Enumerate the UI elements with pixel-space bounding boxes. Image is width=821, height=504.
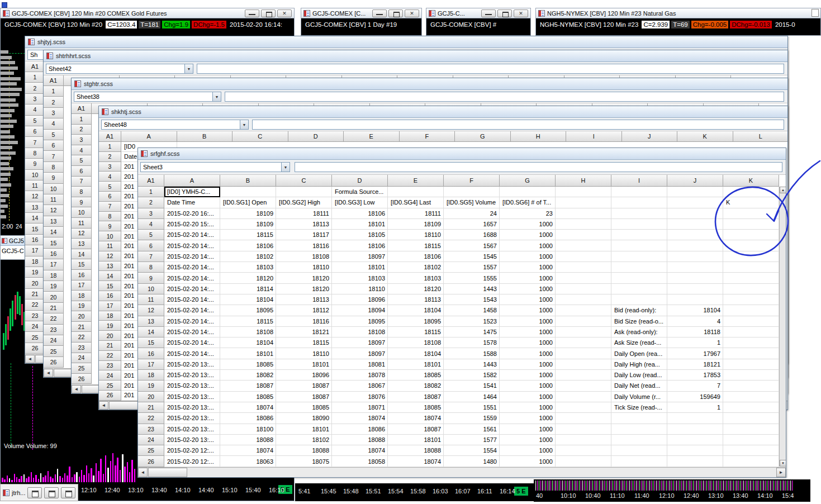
scroll-up-button[interactable]: ▲ — [780, 187, 786, 193]
cell[interactable]: 1688 — [444, 230, 500, 240]
cell[interactable] — [667, 230, 723, 240]
cell[interactable]: 1000 — [500, 435, 556, 445]
cell[interactable]: 1543 — [444, 294, 500, 305]
row-number[interactable]: 5 — [72, 155, 92, 166]
cell[interactable]: 18115 — [220, 230, 276, 240]
cell[interactable]: 1458 — [444, 305, 500, 316]
column-header[interactable]: C — [276, 175, 332, 187]
column-header[interactable]: J — [667, 175, 723, 187]
cell[interactable]: 18087 — [388, 424, 444, 435]
scroll-left-button[interactable]: ◄ — [25, 355, 35, 363]
chevron-down-icon[interactable]: ▼ — [240, 120, 248, 129]
close-button[interactable] — [514, 9, 528, 17]
row-number[interactable]: 4 — [138, 219, 164, 230]
cell[interactable]: [ID0.SG4] Last — [388, 197, 444, 208]
row-number[interactable]: 14 — [99, 271, 121, 281]
cell[interactable]: 1443 — [444, 359, 500, 370]
cell[interactable]: 18106 — [220, 240, 276, 251]
column-header[interactable]: H — [556, 175, 611, 187]
row-number[interactable]: 21 — [138, 402, 164, 413]
row-number[interactable]: 25 — [138, 445, 164, 456]
row-number[interactable]: 18 — [99, 311, 121, 321]
row-number[interactable]: 2 — [44, 97, 64, 107]
cell[interactable]: 1480 — [444, 456, 500, 467]
cell[interactable]: 24 — [444, 208, 500, 219]
cell[interactable] — [723, 402, 779, 413]
cell[interactable]: 18103 — [332, 273, 388, 283]
window-titlebar[interactable]: GCJ5-COMEX [CBV] 120 Min #20 COMEX Gold … — [0, 8, 295, 18]
cell[interactable]: 18115 — [220, 316, 276, 327]
cell[interactable]: 18108 — [276, 251, 332, 262]
cell[interactable]: 18085 — [220, 392, 276, 402]
cell[interactable]: 18085 — [388, 370, 444, 381]
row-number[interactable]: 17 — [138, 359, 164, 370]
row-number[interactable]: 20 — [138, 392, 164, 402]
cell[interactable]: [ID0.SG6] # of T... — [500, 197, 556, 208]
row-number[interactable]: 15 — [25, 224, 45, 234]
cell[interactable]: 18121 — [276, 327, 332, 337]
cell[interactable]: 1567 — [444, 240, 500, 251]
cell[interactable]: 18109 — [220, 219, 276, 230]
scroll-left-button[interactable]: ◄ — [72, 385, 81, 393]
cell[interactable]: 2015-02-20 13:... — [164, 424, 220, 435]
row-number[interactable]: 24 — [99, 370, 121, 381]
row-number[interactable]: 12 — [99, 251, 121, 261]
row-number[interactable]: 3 — [99, 162, 121, 172]
row-number[interactable]: 13 — [138, 316, 164, 327]
row-number[interactable]: 24 — [44, 335, 64, 346]
cell[interactable]: 18101 — [388, 359, 444, 370]
cell[interactable] — [611, 240, 667, 251]
cell[interactable]: 18074 — [220, 445, 276, 456]
cell[interactable] — [611, 445, 667, 456]
cell[interactable]: 1554 — [444, 445, 500, 456]
cell[interactable] — [667, 208, 723, 219]
cell[interactable]: Daily Open (rea... — [611, 348, 667, 359]
cell[interactable]: 1657 — [444, 219, 500, 230]
cell[interactable]: Ask Size (read-... — [611, 337, 667, 348]
row-number[interactable]: 18 — [25, 256, 45, 267]
row-number[interactable]: 22 — [72, 332, 92, 343]
cell[interactable] — [611, 230, 667, 240]
cell[interactable] — [556, 435, 611, 445]
row-number[interactable]: 6 — [72, 166, 92, 177]
cell[interactable] — [611, 208, 667, 219]
cell[interactable] — [723, 370, 779, 381]
window-button[interactable] — [811, 9, 819, 17]
row-number[interactable]: 13 — [99, 261, 121, 272]
row-number[interactable]: 23 — [72, 343, 92, 353]
cell[interactable] — [556, 359, 611, 370]
column-header[interactable]: F — [444, 175, 500, 187]
row-number[interactable]: 18 — [72, 291, 92, 301]
row-number[interactable]: 12 — [44, 205, 64, 216]
row-number[interactable]: 18 — [138, 370, 164, 381]
row-number[interactable]: 21 — [99, 341, 121, 351]
cell[interactable] — [723, 240, 779, 251]
cell[interactable] — [611, 273, 667, 283]
cell[interactable]: 18102 — [220, 251, 276, 262]
cell[interactable]: 1000 — [500, 230, 556, 240]
cell[interactable]: Daily Volume (r... — [611, 392, 667, 402]
cell[interactable]: 18113 — [388, 294, 444, 305]
cell[interactable]: 1464 — [444, 392, 500, 402]
cell[interactable] — [500, 187, 556, 197]
cell[interactable]: 18087 — [388, 392, 444, 402]
cell[interactable] — [556, 445, 611, 456]
row-number[interactable]: 19 — [72, 301, 92, 312]
row-number[interactable]: 18 — [44, 270, 64, 281]
cell[interactable]: 2015-02-20 14:... — [164, 273, 220, 283]
cell[interactable]: 2015-02-20 14:... — [164, 230, 220, 240]
cell[interactable]: 18101 — [388, 435, 444, 445]
cell[interactable]: 2015-02-20 14:... — [164, 284, 220, 294]
row-number[interactable]: 9 — [44, 173, 64, 183]
cell[interactable]: 1545 — [444, 251, 500, 262]
cell[interactable]: 2015-02-20 16:... — [164, 208, 220, 219]
cell[interactable] — [667, 284, 723, 294]
row-number[interactable]: 25 — [99, 381, 121, 391]
cell[interactable]: 18115 — [388, 240, 444, 251]
row-number[interactable]: 26 — [72, 374, 92, 384]
cell[interactable]: 1551 — [444, 402, 500, 413]
cell[interactable]: 18076 — [332, 392, 388, 402]
row-number[interactable]: 11 — [99, 241, 121, 251]
row-number[interactable]: 9 — [99, 221, 121, 231]
cell[interactable]: 1561 — [444, 424, 500, 435]
